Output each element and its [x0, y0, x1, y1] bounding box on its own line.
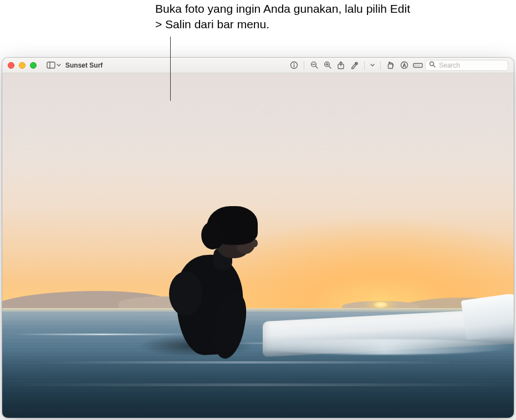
info-icon	[290, 61, 298, 69]
zoom-in-button[interactable]	[321, 59, 334, 71]
zoom-in-icon	[324, 61, 332, 69]
share-icon	[337, 61, 345, 70]
svg-point-20	[418, 65, 420, 66]
search-input[interactable]	[439, 62, 504, 69]
toolbar-separator	[380, 61, 381, 70]
search-icon	[429, 61, 436, 69]
minimize-window-button[interactable]	[19, 62, 25, 69]
search-field[interactable]	[425, 60, 508, 71]
svg-line-9	[329, 66, 331, 68]
svg-point-21	[430, 62, 434, 66]
zoom-out-button[interactable]	[308, 59, 321, 71]
image-viewport[interactable]	[2, 73, 514, 418]
rotate-button[interactable]	[384, 59, 397, 71]
chevron-down-icon	[370, 63, 375, 68]
svg-point-4	[293, 63, 294, 64]
svg-point-18	[415, 65, 416, 66]
svg-point-19	[417, 65, 418, 66]
inspector-button[interactable]	[287, 59, 300, 71]
sidebar-icon	[47, 62, 55, 69]
markup-menu-button[interactable]	[368, 59, 377, 71]
close-window-button[interactable]	[8, 62, 14, 69]
toolbar-separator	[364, 61, 365, 70]
document-title: Sunset Surf	[65, 62, 103, 69]
window-traffic-lights	[8, 62, 37, 69]
chevron-down-icon	[57, 63, 61, 68]
form-field-icon	[413, 62, 423, 69]
svg-rect-0	[47, 62, 55, 68]
form-fields-button[interactable]	[411, 59, 425, 71]
markup-toolbar-button[interactable]	[348, 59, 361, 71]
zoom-out-icon	[310, 61, 319, 69]
annotate-button[interactable]	[397, 59, 411, 71]
svg-point-16	[401, 62, 407, 69]
annotate-circle-a-icon	[400, 61, 408, 69]
window-toolbar: Sunset Surf	[2, 58, 514, 73]
sidebar-toggle-button[interactable]	[44, 59, 63, 71]
callout-text: Buka foto yang ingin Anda gunakan, lalu …	[155, 1, 410, 32]
photo-surfer	[149, 184, 271, 372]
fullscreen-window-button[interactable]	[30, 62, 37, 69]
toolbar-separator	[304, 61, 304, 70]
photo-foreground-blur	[2, 351, 514, 418]
svg-line-6	[315, 66, 318, 68]
preview-window: Sunset Surf	[2, 58, 514, 418]
rotate-left-icon	[387, 61, 395, 69]
photo-sun	[374, 301, 388, 308]
share-button[interactable]	[334, 59, 348, 71]
svg-line-22	[433, 65, 435, 67]
callout-leader-line	[170, 37, 171, 101]
svg-rect-15	[388, 64, 392, 69]
markup-pencil-icon	[350, 61, 359, 69]
